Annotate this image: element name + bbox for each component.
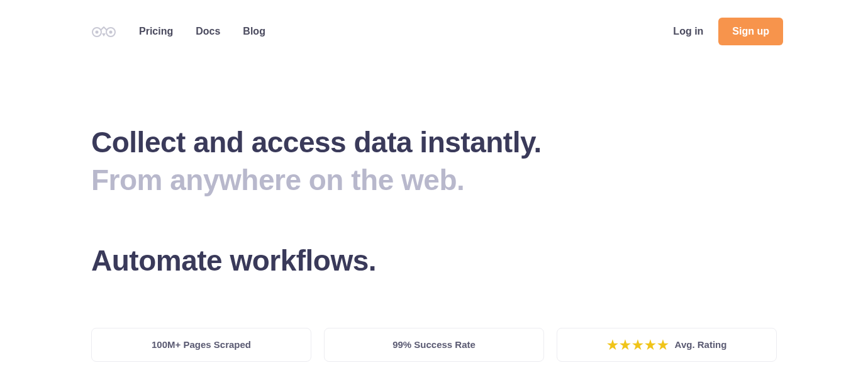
header: Pricing Docs Blog Log in Sign up — [0, 0, 868, 45]
login-link[interactable]: Log in — [673, 26, 703, 37]
stat-card-pages: 100M+ Pages Scraped — [91, 328, 311, 362]
svg-point-1 — [96, 31, 99, 34]
nav-links: Pricing Docs Blog — [139, 26, 265, 37]
star-icon: ★ — [645, 339, 656, 351]
hero-section: Collect and access data instantly. From … — [0, 45, 868, 278]
stats-row: 100M+ Pages Scraped 99% Success Rate ★ ★… — [0, 328, 868, 362]
signup-button[interactable]: Sign up — [718, 18, 783, 45]
header-right: Log in Sign up — [673, 18, 783, 45]
header-left: Pricing Docs Blog — [91, 25, 265, 38]
stat-label: Avg. Rating — [675, 339, 727, 350]
logo[interactable] — [91, 25, 116, 38]
rating-stars: ★ ★ ★ ★ ★ — [607, 339, 669, 351]
star-icon: ★ — [632, 339, 643, 351]
stat-card-rating: ★ ★ ★ ★ ★ Avg. Rating — [557, 328, 777, 362]
hero-title: Collect and access data instantly. From … — [91, 124, 777, 199]
stat-label: 100M+ Pages Scraped — [152, 339, 251, 350]
owl-logo-icon — [91, 25, 116, 38]
star-icon: ★ — [620, 339, 631, 351]
star-icon: ★ — [657, 339, 669, 351]
stat-label: 99% Success Rate — [392, 339, 476, 350]
hero-subtitle: Automate workflows. — [91, 244, 777, 278]
star-icon: ★ — [607, 339, 618, 351]
nav-link-pricing[interactable]: Pricing — [139, 26, 173, 37]
nav-link-blog[interactable]: Blog — [243, 26, 265, 37]
hero-line-1: Collect and access data instantly. — [91, 126, 542, 159]
stat-card-success: 99% Success Rate — [324, 328, 544, 362]
svg-point-3 — [109, 31, 113, 34]
nav-link-docs[interactable]: Docs — [196, 26, 220, 37]
hero-line-2: From anywhere on the web. — [91, 164, 464, 196]
